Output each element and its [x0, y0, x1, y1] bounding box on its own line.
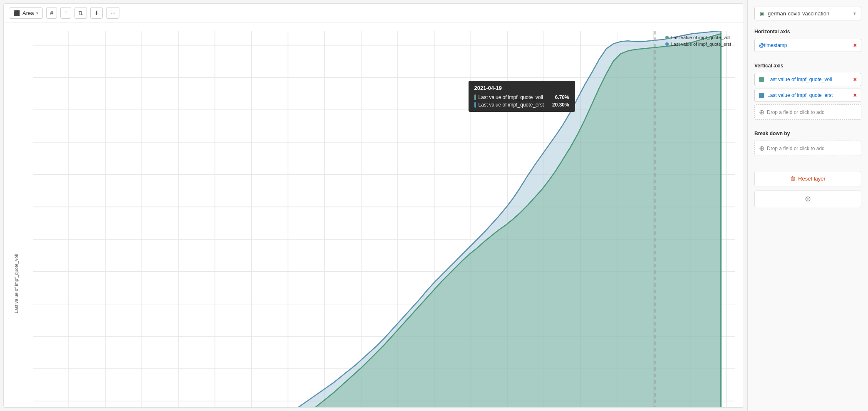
- vertical-drop-label: Drop a field or click to add: [767, 109, 825, 115]
- vertical-field-name-voll: Last value of impf_quote_voll: [767, 77, 832, 82]
- plus-circle-icon: ⊕: [759, 108, 764, 116]
- horizontal-axis-title: Horizontal axis: [754, 29, 861, 35]
- chart-svg: 28.00% 26.00% 24.00% 22.00% 20.00% 18.00…: [33, 31, 735, 407]
- vertical-field-color-erst: [759, 93, 764, 98]
- chart-type-label: Area: [22, 10, 34, 16]
- reset-layer-button[interactable]: 🗑 Reset layer: [754, 171, 861, 186]
- dataset-selector[interactable]: ▣ german-covid-vaccination ▾: [754, 7, 861, 20]
- vertical-field-left-erst: Last value of impf_quote_erst: [759, 92, 833, 98]
- horizontal-axis-field-name: @timestamp: [759, 42, 787, 48]
- legend-item-erst: Last value of impf_quote_erst: [665, 42, 731, 47]
- reset-layer-label: Reset layer: [798, 176, 826, 182]
- plus-icon: ⊕: [805, 194, 811, 203]
- vertical-field-remove-voll[interactable]: ×: [853, 76, 857, 83]
- vertical-field-left-voll: Last value of impf_quote_voll: [759, 77, 832, 82]
- horizontal-axis-remove-button[interactable]: ×: [853, 42, 857, 49]
- y-axis-label: Last value of impf_quote_voll: [14, 254, 19, 313]
- chevron-down-icon: ▾: [853, 11, 856, 16]
- vertical-axis-field-erst: Last value of impf_quote_erst ×: [754, 89, 861, 102]
- breakdown-section: Break down by ⊕ Drop a field or click to…: [754, 131, 861, 158]
- legend-label-voll: Last value of impf_quote_voll: [671, 35, 730, 40]
- download-button[interactable]: ⬇: [90, 7, 103, 19]
- plus-circle-icon-2: ⊕: [759, 144, 764, 152]
- legend-item-voll: Last value of impf_quote_voll: [665, 35, 731, 40]
- breakdown-drop-label: Drop a field or click to add: [767, 146, 825, 151]
- chart-inner: 28.00% 26.00% 24.00% 22.00% 20.00% 18.00…: [33, 31, 735, 407]
- horizontal-axis-field: @timestamp ×: [754, 39, 861, 52]
- vertical-field-name-erst: Last value of impf_quote_erst: [767, 92, 833, 98]
- add-layer-button[interactable]: ⊕: [754, 191, 861, 207]
- legend-color-voll: [665, 36, 669, 39]
- y-axis-label-container: Last value of impf_quote_voll: [4, 22, 29, 407]
- breakdown-drop-field[interactable]: ⊕ Drop a field or click to add: [754, 141, 861, 156]
- horizontal-axis-section: Horizontal axis @timestamp ×: [754, 29, 861, 54]
- dataset-name: german-covid-vaccination: [768, 10, 829, 17]
- vertical-axis-section: Vertical axis Last value of impf_quote_v…: [754, 63, 861, 122]
- vertical-drop-field[interactable]: ⊕ Drop a field or click to add: [754, 104, 861, 120]
- vertical-axis-field-voll: Last value of impf_quote_voll ×: [754, 73, 861, 86]
- legend-label-erst: Last value of impf_quote_erst: [671, 42, 731, 47]
- area-chart-icon: ⬛: [13, 10, 20, 16]
- chart-legend: Last value of impf_quote_voll Last value…: [665, 35, 731, 47]
- chevron-down-icon: ▾: [36, 11, 38, 15]
- number-format-button[interactable]: #: [46, 7, 57, 19]
- toolbar: ⬛ Area ▾ # ≡ ⇅ ⬇ ↔: [4, 4, 744, 22]
- breakdown-title: Break down by: [754, 131, 861, 136]
- vertical-field-remove-erst[interactable]: ×: [853, 92, 857, 99]
- chart-container: Last value of impf_quote_voll: [4, 22, 744, 407]
- dataset-icon: ▣: [760, 11, 764, 17]
- sort-button[interactable]: ⇅: [74, 7, 87, 19]
- vertical-axis-title: Vertical axis: [754, 63, 861, 69]
- right-panel: ▣ german-covid-vaccination ▾ Horizontal …: [747, 0, 868, 411]
- vertical-field-color-voll: [759, 77, 764, 82]
- chart-type-button[interactable]: ⬛ Area ▾: [9, 7, 43, 19]
- trash-icon: 🗑: [790, 176, 796, 182]
- expand-button[interactable]: ↔: [106, 7, 119, 19]
- list-button[interactable]: ≡: [60, 7, 71, 19]
- legend-color-erst: [665, 42, 669, 46]
